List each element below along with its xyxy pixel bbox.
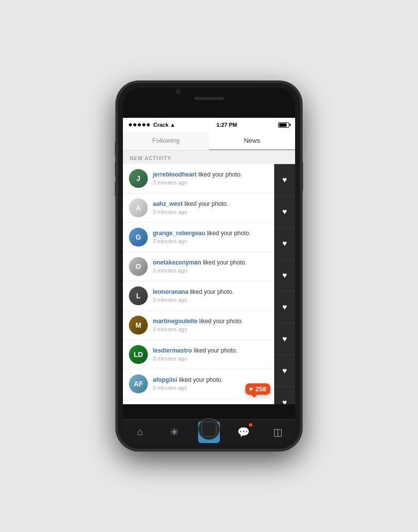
heart-button[interactable]: ♥: [274, 164, 295, 196]
dark-side-panel: ♥♥♥♥♥♥♥♥: [274, 164, 295, 404]
username[interactable]: onetakezonyman: [153, 259, 201, 266]
heart-button[interactable]: ♥: [274, 355, 295, 387]
activity-item: G grange_robergeau liked your photo. 3 m…: [123, 223, 295, 252]
heart-button[interactable]: ♥: [274, 260, 295, 291]
activity-text: lesdiermastro liked your photo. 3 minute…: [153, 347, 270, 362]
battery-icon: [278, 122, 289, 128]
like-heart-icon: ♥: [249, 385, 253, 393]
nav-item-explore[interactable]: ✳: [164, 421, 186, 443]
avatar: M: [129, 316, 148, 335]
signal-dot-1: [129, 123, 132, 126]
signal-dot-3: [138, 123, 141, 126]
activity-text: martinegoulette liked your photo. 3 minu…: [153, 317, 270, 333]
section-header: NEW ACTIVITY: [123, 151, 295, 164]
status-left: Crack ▲: [129, 122, 175, 128]
username[interactable]: martinegoulette: [153, 318, 198, 325]
nav-item-home[interactable]: ⌂: [129, 421, 151, 443]
heart-button[interactable]: ♥: [274, 228, 295, 260]
heart-button[interactable]: ♥: [274, 387, 295, 404]
battery-fill: [279, 123, 287, 127]
phone-inner: Crack ▲ 1:27 PM Following News NEW ACTIV…: [123, 88, 295, 444]
activity-time: 3 minutes ago: [153, 208, 270, 216]
avatar: O: [129, 257, 148, 276]
signal-dot-4: [142, 123, 145, 126]
username[interactable]: leonoranana: [153, 288, 188, 295]
action-text: liked your photo.: [190, 288, 234, 295]
notification-badge: [249, 423, 252, 427]
status-bar: Crack ▲ 1:27 PM: [123, 118, 295, 132]
status-right: [278, 122, 289, 128]
username[interactable]: aahz_west: [153, 200, 183, 207]
activity-time: 3 minutes ago: [153, 238, 270, 245]
avatar: LD: [129, 345, 148, 364]
action-text: liked your photo.: [199, 318, 243, 325]
action-text: liked your photo.: [198, 171, 242, 178]
phone-device: Crack ▲ 1:27 PM Following News NEW ACTIV…: [117, 82, 301, 450]
heart-button[interactable]: ♥: [274, 323, 295, 355]
action-text: liked your photo.: [203, 259, 247, 266]
like-badge: ♥ 258: [245, 383, 270, 395]
activity-item: AF afopgilsi liked your photo. 3 minutes…: [123, 369, 295, 399]
activity-text: aahz_west liked your photo. 3 minutes ag…: [153, 200, 270, 216]
activity-text: grange_robergeau liked your photo. 3 min…: [153, 229, 270, 245]
avatar: AF: [129, 374, 148, 393]
like-count: 258: [255, 385, 266, 393]
activity-container: J jerrebloodheart liked your photo. 3 mi…: [123, 164, 295, 399]
carrier-name: Crack: [153, 122, 169, 128]
nav-item-activity[interactable]: 💬: [232, 421, 254, 443]
activity-time: 3 minutes ago: [153, 179, 270, 186]
username[interactable]: jerrebloodheart: [153, 171, 197, 178]
username[interactable]: lesdiermastro: [153, 347, 192, 354]
action-text: liked your photo.: [184, 200, 228, 207]
activity-item: A aahz_west liked your photo. 3 minutes …: [123, 193, 295, 223]
activity-time: 3 minutes ago: [153, 267, 270, 274]
activity-text: jerrebloodheart liked your photo. 3 minu…: [153, 171, 270, 186]
action-text: liked your photo.: [179, 376, 223, 383]
camera-dot: [176, 89, 181, 94]
activity-time: 3 minutes ago: [153, 355, 270, 362]
screen: Crack ▲ 1:27 PM Following News NEW ACTIV…: [123, 118, 295, 404]
activity-text: onetakezonyman liked your photo. 3 minut…: [153, 259, 270, 274]
speaker: [194, 97, 224, 100]
activity-text: leonoranana liked your photo. 3 minutes …: [153, 288, 270, 304]
heart-button[interactable]: ♥: [274, 291, 295, 323]
wifi-icon: ▲: [170, 122, 176, 128]
action-text: liked your photo.: [194, 347, 237, 354]
activity-item: O onetakezonyman liked your photo. 3 min…: [123, 252, 295, 281]
nav-item-profile[interactable]: ◫: [267, 421, 289, 443]
home-button-inner: [202, 422, 216, 437]
activity-item: M martinegoulette liked your photo. 3 mi…: [123, 311, 295, 340]
activity-item: L leonoranana liked your photo. 3 minute…: [123, 281, 295, 311]
activity-item: LD lesdiermastro liked your photo. 3 min…: [123, 340, 295, 369]
home-button[interactable]: [198, 418, 220, 440]
activity-time: 3 minutes ago: [153, 296, 270, 304]
activity-time: 3 minutes ago: [153, 326, 270, 333]
avatar: J: [129, 169, 148, 188]
heart-button[interactable]: ♥: [274, 196, 295, 228]
signal-dot-2: [133, 123, 136, 126]
activity-item: J jerrebloodheart liked your photo. 3 mi…: [123, 164, 295, 193]
avatar: L: [129, 286, 148, 305]
status-time: 1:27 PM: [216, 122, 237, 128]
tab-news[interactable]: News: [209, 132, 295, 150]
username[interactable]: grange_robergeau: [153, 230, 205, 237]
avatar: A: [129, 198, 148, 217]
activity-list: J jerrebloodheart liked your photo. 3 mi…: [123, 164, 295, 399]
action-text: liked your photo.: [207, 230, 251, 237]
tab-bar: Following News: [123, 132, 295, 151]
avatar: G: [129, 228, 148, 247]
activity-items-wrapper: J jerrebloodheart liked your photo. 3 mi…: [123, 164, 295, 399]
username[interactable]: afopgilsi: [153, 376, 177, 383]
signal-dot-5: [147, 123, 150, 126]
tab-following[interactable]: Following: [123, 132, 209, 150]
